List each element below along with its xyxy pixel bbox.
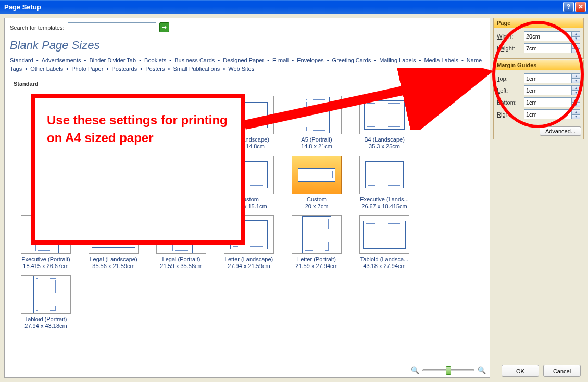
zoom-out-icon[interactable]: 🔍 bbox=[411, 366, 419, 374]
spinner-up-icon[interactable]: ▲ bbox=[572, 43, 580, 48]
zoom-bar: 🔍 🔍 bbox=[6, 363, 486, 377]
annotation-text: Use these settings for printing on A4 si… bbox=[47, 111, 229, 147]
template-item[interactable]: Custom20 x 7cm bbox=[286, 156, 347, 209]
category-link[interactable]: Other Labels bbox=[30, 66, 63, 72]
ok-button[interactable]: OK bbox=[502, 365, 539, 377]
top-input[interactable] bbox=[524, 73, 572, 83]
spinner-down-icon[interactable]: ▼ bbox=[572, 91, 580, 96]
template-dims: 26.67 x 18.415cm bbox=[361, 203, 407, 209]
page-section: Page Width: ▲▼ Height: ▲▼ bbox=[493, 18, 584, 59]
spinner-down-icon[interactable]: ▼ bbox=[572, 36, 580, 42]
category-link[interactable]: Small Publications bbox=[173, 66, 220, 72]
template-dims: 20 x 7cm bbox=[305, 203, 329, 209]
width-label: Width: bbox=[497, 33, 524, 40]
template-dims: 35.56 x 21.59cm bbox=[92, 263, 134, 269]
spinner-down-icon[interactable]: ▼ bbox=[572, 79, 580, 84]
bottom-input[interactable] bbox=[524, 97, 572, 107]
top-label: Top: bbox=[497, 75, 524, 82]
template-thumb bbox=[359, 156, 409, 194]
search-bar: Search for templates: ➜ bbox=[5, 18, 490, 36]
category-link[interactable]: Media Labels bbox=[424, 57, 458, 63]
template-dims: 35.3 x 25cm bbox=[369, 143, 400, 149]
left-spinner[interactable]: ▲▼ bbox=[524, 85, 580, 95]
template-dims: 43.18 x 27.94cm bbox=[363, 263, 405, 269]
spinner-up-icon[interactable]: ▲ bbox=[572, 31, 580, 36]
height-label: Height: bbox=[497, 45, 524, 52]
dialog-buttons: OK Cancel bbox=[502, 365, 581, 377]
category-link[interactable]: E-mail bbox=[272, 57, 289, 63]
spinner-up-icon[interactable]: ▲ bbox=[572, 73, 580, 79]
arrow-right-icon: ➜ bbox=[162, 24, 167, 31]
category-link[interactable]: Standard bbox=[10, 57, 33, 63]
category-links: Standard • Advertisements • Binder Divid… bbox=[5, 56, 490, 78]
annotation-box: Use these settings for printing on A4 si… bbox=[31, 94, 245, 245]
category-link[interactable]: Business Cards bbox=[174, 57, 215, 63]
category-link[interactable]: Designed Paper bbox=[223, 57, 264, 63]
zoom-in-icon[interactable]: 🔍 bbox=[478, 366, 486, 374]
template-item[interactable]: Executive (Lands...26.67 x 18.415cm bbox=[354, 156, 415, 209]
template-name: Legal (Landscape) bbox=[90, 256, 137, 263]
template-dims: 27.94 x 43.18cm bbox=[24, 323, 67, 329]
close-button[interactable]: ✕ bbox=[575, 2, 586, 12]
category-link[interactable]: Postcards bbox=[111, 66, 137, 72]
height-spinner[interactable]: ▲▼ bbox=[524, 43, 580, 53]
zoom-slider[interactable] bbox=[422, 369, 474, 371]
category-link[interactable]: Greeting Cards bbox=[332, 57, 371, 63]
cancel-button[interactable]: Cancel bbox=[543, 365, 581, 377]
template-item[interactable]: A5 (Portrait)14.8 x 21cm bbox=[286, 96, 347, 149]
template-item[interactable]: B4 (Landscape)35.3 x 25cm bbox=[354, 96, 415, 149]
template-name: Custom bbox=[307, 196, 327, 203]
zoom-slider-thumb[interactable] bbox=[446, 366, 451, 375]
category-link[interactable]: Booklets bbox=[144, 57, 166, 63]
top-spinner[interactable]: ▲▼ bbox=[524, 73, 580, 83]
template-dims: 21.59 x 27.94cm bbox=[295, 263, 337, 269]
template-thumb bbox=[359, 215, 409, 254]
template-thumb bbox=[359, 96, 409, 134]
margin-section-header: Margin Guides bbox=[494, 60, 583, 70]
template-thumb bbox=[292, 156, 342, 194]
spinner-down-icon[interactable]: ▼ bbox=[572, 103, 580, 108]
template-name: Executive (Lands... bbox=[360, 196, 409, 203]
search-go-button[interactable]: ➜ bbox=[159, 22, 169, 32]
right-label: Right: bbox=[497, 111, 524, 118]
template-name: A5 (Portrait) bbox=[301, 136, 332, 143]
template-name: Letter (Landscape) bbox=[225, 256, 273, 263]
search-input[interactable] bbox=[68, 22, 156, 32]
category-link[interactable]: Binder Divider Tab bbox=[89, 57, 136, 63]
spinner-up-icon[interactable]: ▲ bbox=[572, 85, 580, 91]
template-name: Legal (Portrait) bbox=[162, 256, 201, 263]
template-name: Executive (Portrait) bbox=[21, 256, 70, 263]
window-title: Page Setup bbox=[2, 3, 562, 11]
spinner-up-icon[interactable]: ▲ bbox=[572, 97, 580, 103]
template-dims: 21.59 x 35.56cm bbox=[160, 263, 202, 269]
width-input[interactable] bbox=[524, 31, 572, 41]
template-item[interactable]: Tabloid (Portrait)27.94 x 43.18cm bbox=[15, 275, 77, 329]
left-label: Left: bbox=[497, 87, 524, 94]
left-input[interactable] bbox=[524, 85, 572, 95]
help-button[interactable]: ? bbox=[563, 2, 574, 12]
template-item[interactable]: Letter (Portrait)21.59 x 27.94cm bbox=[286, 215, 347, 269]
category-link[interactable]: Advertisements bbox=[42, 57, 81, 63]
template-item[interactable]: Tabloid (Landsca...43.18 x 27.94cm bbox=[354, 215, 415, 269]
height-input[interactable] bbox=[524, 43, 572, 53]
spinner-down-icon[interactable]: ▼ bbox=[572, 48, 580, 54]
right-spinner[interactable]: ▲▼ bbox=[524, 109, 580, 119]
side-panel: Page Width: ▲▼ Height: ▲▼ bbox=[493, 18, 584, 378]
width-spinner[interactable]: ▲▼ bbox=[524, 31, 580, 41]
tab-strip: Standard bbox=[5, 78, 490, 88]
template-thumb bbox=[21, 275, 71, 314]
tab-standard[interactable]: Standard bbox=[8, 79, 44, 88]
template-dims: 18.415 x 26.67cm bbox=[23, 263, 68, 269]
category-link[interactable]: Photo Paper bbox=[71, 66, 103, 72]
bottom-spinner[interactable]: ▲▼ bbox=[524, 97, 580, 107]
spinner-down-icon[interactable]: ▼ bbox=[572, 114, 580, 120]
right-input[interactable] bbox=[524, 109, 572, 119]
category-link[interactable]: Web Sites bbox=[228, 66, 254, 72]
category-link[interactable]: Envelopes bbox=[297, 57, 323, 63]
template-name: Tabloid (Landsca... bbox=[360, 256, 408, 263]
spinner-up-icon[interactable]: ▲ bbox=[572, 109, 580, 114]
category-link[interactable]: Posters bbox=[145, 66, 165, 72]
template-dims: 27.94 x 21.59cm bbox=[228, 263, 270, 269]
category-link[interactable]: Mailing Labels bbox=[379, 57, 416, 63]
advanced-button[interactable]: Advanced... bbox=[540, 126, 581, 136]
